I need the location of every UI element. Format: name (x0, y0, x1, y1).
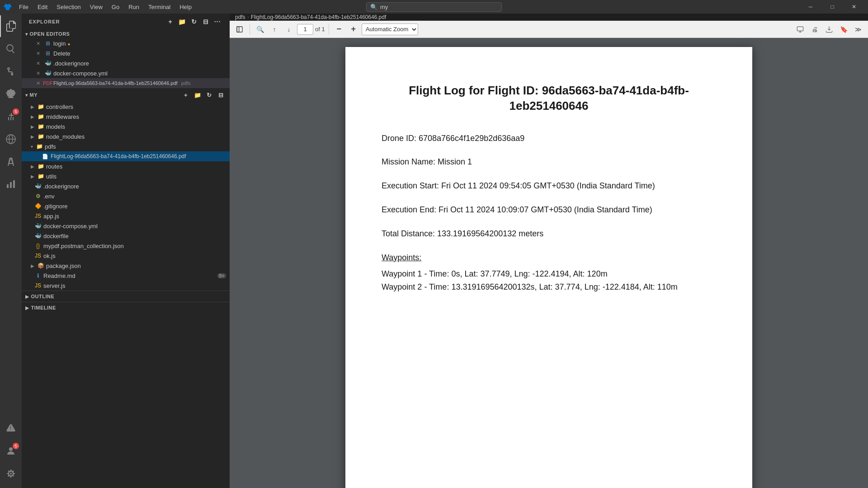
chevron-right-icon: ▶ (31, 104, 34, 109)
tree-routes[interactable]: ▶ 📁 routes (22, 161, 230, 171)
open-editor-pdf[interactable]: ✕ PDF FlightLog-96da5663-ba74-41da-b4fb-… (22, 78, 230, 88)
my-section-header[interactable]: ▾ MY + 📁 ↻ ⊟ (22, 88, 230, 102)
tree-models[interactable]: ▶ 📁 models (22, 122, 230, 131)
activity-extensions[interactable]: 5 (0, 106, 22, 127)
tree-pdfs[interactable]: ▾ 📁 pdfs (22, 141, 230, 151)
activity-explorer[interactable] (0, 15, 22, 37)
menu-selection[interactable]: Selection (53, 3, 84, 11)
zoom-select[interactable]: Automatic Zoom 50% 75% 100% 125% 150% 20… (362, 23, 418, 35)
breadcrumb: pdfs › FlightLog-96da5663-ba74-41da-b4fb… (230, 14, 868, 21)
pdf-content[interactable]: Flight Log for Flight ID: 96da5663-ba74-… (230, 38, 868, 488)
tree-env[interactable]: ⚙ .env (22, 191, 230, 201)
presentation-button[interactable] (794, 23, 807, 36)
close-icon[interactable]: ✕ (34, 60, 42, 67)
activity-search[interactable] (0, 38, 22, 60)
pdf-toolbar: 🔍 ↑ ↓ of 1 − + Automatic Zoom 50% 75% 10… (230, 21, 868, 38)
tree-appjs[interactable]: JS app.js (22, 211, 230, 221)
breadcrumb-pdf-file[interactable]: FlightLog-96da5663-ba74-41da-b4fb-1eb251… (251, 14, 387, 20)
menu-terminal[interactable]: Terminal (145, 3, 174, 11)
svg-rect-9 (797, 27, 803, 31)
activity-run-debug[interactable] (0, 83, 22, 105)
activity-testing[interactable] (0, 151, 22, 173)
menu-view[interactable]: View (86, 3, 106, 11)
docker-compose-label: docker-compose.yml (43, 223, 98, 230)
open-editor-docker-compose[interactable]: ✕ 🐳 docker-compose.yml (22, 68, 230, 78)
activity-remote[interactable] (0, 128, 22, 150)
new-file-button[interactable]: + (165, 17, 175, 27)
menu-go[interactable]: Go (108, 3, 123, 11)
activity-accounts[interactable]: 5 (0, 440, 22, 462)
close-icon[interactable]: ✕ (34, 50, 42, 57)
close-icon[interactable]: ✕ (34, 70, 42, 77)
next-page-button[interactable]: ↓ (283, 23, 295, 36)
refresh-button[interactable]: ↻ (189, 17, 199, 27)
print-button[interactable]: 🖨 (808, 23, 821, 36)
title-search[interactable]: 🔍 (366, 2, 502, 12)
timeline-header[interactable]: ▶ TIMELINE (22, 303, 230, 312)
my-new-file[interactable]: + (181, 90, 191, 100)
tree-postman[interactable]: {} mypdf.postman_collection.json (22, 241, 230, 251)
tree-utils[interactable]: ▶ 📁 utils (22, 171, 230, 181)
search-pdf-button[interactable]: 🔍 (254, 23, 266, 36)
open-editor-login[interactable]: ✕ ⊞ login (22, 38, 230, 48)
open-editor-delete[interactable]: ✕ ⊞ Delete (22, 48, 230, 58)
menu-edit[interactable]: Edit (34, 3, 51, 11)
tree-middlewares[interactable]: ▶ 📁 middlewares (22, 112, 230, 122)
tree-okjs[interactable]: JS ok.js (22, 251, 230, 261)
toolbar-sep-1 (250, 24, 250, 35)
chevron-right-icon: ▶ (31, 263, 34, 268)
tree-dockerignore[interactable]: 🐳 .dockerignore (22, 181, 230, 191)
menu-bar: File Edit Selection View Go Run Terminal… (15, 3, 195, 11)
menu-run[interactable]: Run (125, 3, 143, 11)
new-folder-button[interactable]: 📁 (177, 17, 187, 27)
bookmark-button[interactable]: 🔖 (837, 23, 850, 36)
my-new-folder[interactable]: 📁 (193, 90, 203, 100)
packagejson-label: package.json (46, 263, 81, 269)
pdf-file-icon: PDF (44, 80, 52, 87)
close-button[interactable]: ✕ (844, 0, 864, 14)
my-refresh[interactable]: ↻ (204, 90, 214, 100)
toggle-sidebar-button[interactable] (233, 23, 246, 36)
my-collapse[interactable]: ⊟ (216, 90, 226, 100)
tree-readme[interactable]: ℹ Readme.md 9+ (22, 271, 230, 281)
prev-page-button[interactable]: ↑ (268, 23, 281, 36)
controllers-folder-icon: 📁 (37, 103, 44, 110)
pdf-close-icon[interactable]: ✕ (34, 80, 42, 87)
activity-analytics[interactable] (0, 174, 22, 195)
close-icon[interactable]: ✕ (34, 40, 42, 47)
breadcrumb-pdfs[interactable]: pdfs (235, 14, 245, 20)
tree-packagejson[interactable]: ▶ 📦 package.json (22, 261, 230, 271)
outline-header[interactable]: ▶ OUTLINE (22, 292, 230, 301)
sidebar-more-button[interactable]: ··· (212, 17, 222, 27)
activity-settings[interactable] (0, 463, 22, 484)
menu-file[interactable]: File (15, 3, 32, 11)
tree-dockerfile[interactable]: 🐳 dockerfile (22, 231, 230, 241)
page-number-input[interactable] (297, 24, 313, 35)
pdfs-label: pdfs (45, 143, 56, 150)
tree-controllers[interactable]: ▶ 📁 controllers (22, 102, 230, 112)
collapse-button[interactable]: ⊟ (201, 17, 211, 27)
tree-docker-compose[interactable]: 🐳 docker-compose.yml (22, 221, 230, 231)
open-editors-header[interactable]: ▾ OPEN EDITORS (22, 29, 230, 38)
app-icon (4, 3, 12, 11)
zoom-in-button[interactable]: + (347, 23, 360, 36)
activity-problems[interactable] (0, 418, 22, 439)
open-editor-dockerignore[interactable]: ✕ 🐳 .dockerignore (22, 58, 230, 68)
tree-node-modules[interactable]: ▶ 📁 node_modules (22, 131, 230, 141)
zoom-out-button[interactable]: − (333, 23, 345, 36)
minimize-button[interactable]: ─ (800, 0, 821, 14)
search-icon: 🔍 (370, 4, 377, 10)
pdf-execution-end: Execution End: Fri Oct 11 2024 10:09:07 … (382, 203, 716, 216)
more-tools-button[interactable]: ≫ (852, 23, 864, 36)
title-search-input[interactable] (380, 4, 493, 10)
tree-gitignore[interactable]: 🔶 .gitignore (22, 201, 230, 211)
download-button[interactable] (823, 23, 835, 36)
tree-serverjs[interactable]: JS server.js (22, 281, 230, 291)
maximize-button[interactable]: □ (822, 0, 843, 14)
activity-source-control[interactable] (0, 61, 22, 82)
menu-help[interactable]: Help (176, 3, 195, 11)
gitignore-label: .gitignore (43, 203, 67, 210)
tree-flightlog-pdf[interactable]: 📄 FlightLog-96da5663-ba74-41da-b4fb-1eb2… (22, 151, 230, 161)
readme-file-icon: ℹ (34, 272, 42, 279)
dockerignore-icon: 🐳 (44, 60, 52, 67)
